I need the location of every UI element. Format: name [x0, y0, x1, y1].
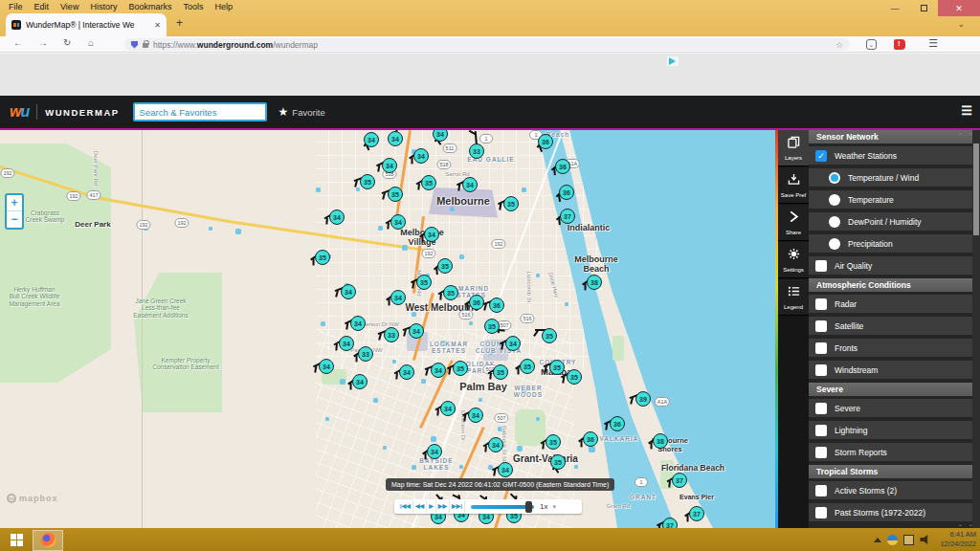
layer-item-radar[interactable]: Radar [809, 295, 980, 313]
weather-station-marker[interactable]: 34 [399, 364, 414, 380]
panel-scrollbar[interactable] [972, 130, 980, 528]
weather-station-marker[interactable]: 37 [560, 209, 575, 224]
layer-item-weather-stations[interactable]: ✓Weather Stations [809, 146, 980, 165]
weather-station-marker[interactable]: 34 [382, 158, 397, 173]
browser-menu-icon[interactable]: ☰ [928, 37, 938, 50]
weather-station-marker[interactable]: 35 [453, 361, 468, 376]
taskbar-clock[interactable]: 6:41 AM 12/24/2022 [940, 530, 976, 549]
weather-station-marker[interactable]: 36 [538, 134, 553, 149]
weather-station-marker[interactable]: 34 [505, 336, 521, 351]
weather-station-marker[interactable]: 35 [315, 250, 330, 265]
weather-station-marker[interactable]: 34 [388, 131, 403, 146]
weather-station-marker[interactable]: 34 [390, 290, 406, 305]
time-slider-handle[interactable] [525, 501, 532, 513]
back-button[interactable]: ← [13, 37, 23, 48]
weather-station-marker[interactable]: 35 [360, 174, 375, 189]
layer-item-lightning[interactable]: Lightning [809, 421, 980, 439]
playback-speed[interactable]: 1x [540, 502, 547, 511]
home-button[interactable]: ⌂ [88, 37, 94, 48]
menu-view[interactable]: View [56, 1, 83, 13]
weather-station-marker[interactable]: 34 [352, 374, 368, 389]
weather-station-marker[interactable]: 36 [583, 431, 598, 447]
tray-globe-icon[interactable] [887, 535, 898, 545]
sidebar-tab-save-pref[interactable]: Save Pref [778, 167, 809, 204]
favorite-button[interactable]: ★ Favorite [278, 105, 325, 119]
weather-station-marker[interactable]: 35 [546, 434, 561, 450]
layer-item-windstream[interactable]: Windstream [809, 361, 980, 379]
weather-station-marker[interactable]: 35 [437, 258, 453, 274]
zoom-in-button[interactable]: + [7, 195, 22, 211]
close-button[interactable]: ✕ [938, 0, 980, 16]
map-canvas[interactable]: MelbourneWest MelbournePalm BayMalabarIn… [0, 130, 775, 528]
weather-station-marker[interactable]: 34 [390, 214, 406, 230]
weather-station-marker[interactable]: 35 [443, 285, 458, 300]
weather-station-marker[interactable]: 36 [469, 295, 484, 310]
weather-station-marker[interactable]: 35 [520, 359, 535, 374]
new-tab-button[interactable]: + [176, 16, 183, 30]
play-button[interactable]: ▶ [427, 500, 436, 513]
weather-station-marker[interactable]: 36 [610, 416, 625, 431]
checkbox-unchecked[interactable] [815, 320, 827, 332]
weather-station-marker[interactable]: 34 [468, 408, 483, 423]
sidebar-tab-settings[interactable]: Settings [778, 242, 809, 278]
browser-tab[interactable]: WunderMap® | Interactive We ✕ [6, 13, 167, 36]
checkbox-unchecked[interactable] [815, 425, 827, 436]
weather-station-marker[interactable]: 36 [555, 159, 570, 174]
tabs-list-chevron-icon[interactable]: ⌄ [957, 19, 965, 29]
layer-item-air-quality[interactable]: Air Quality [809, 256, 980, 275]
weather-station-marker[interactable]: 34 [488, 437, 503, 452]
skip-start-button[interactable]: |◀◀ [398, 500, 413, 513]
weather-station-marker[interactable]: 35 [550, 454, 566, 470]
weather-station-marker[interactable]: 34 [329, 209, 345, 225]
weather-station-marker[interactable]: 34 [424, 227, 439, 242]
weather-station-marker[interactable]: 35 [567, 369, 582, 385]
start-button[interactable] [0, 528, 33, 551]
checkbox-unchecked[interactable] [815, 447, 827, 458]
checkbox-checked[interactable]: ✓ [815, 150, 827, 162]
menu-help[interactable]: Help [210, 1, 237, 13]
weather-station-marker[interactable]: 35 [388, 187, 403, 202]
weather-station-marker[interactable]: 37 [689, 506, 704, 521]
weather-station-marker[interactable]: 34 [427, 444, 442, 459]
tray-app-icon[interactable] [903, 535, 914, 545]
checkbox-unchecked[interactable] [815, 403, 827, 414]
checkbox-unchecked[interactable] [815, 364, 827, 376]
radio-checked[interactable] [829, 172, 840, 184]
sidebar-tab-share[interactable]: Share [778, 205, 809, 241]
layer-item-past-storms-1972-2022-[interactable]: Past Storms (1972-2022) [809, 503, 980, 521]
weather-station-marker[interactable]: 34 [339, 336, 354, 351]
weather-station-marker[interactable]: 34 [498, 462, 513, 477]
report-flag-icon[interactable] [894, 39, 905, 50]
restore-button[interactable] [909, 0, 938, 16]
layer-item-temperature-wind[interactable]: Temperature / Wind [809, 168, 980, 187]
menu-tools[interactable]: Tools [178, 1, 208, 13]
reload-button[interactable]: ↻ [63, 37, 71, 48]
weather-station-marker[interactable]: 33 [358, 346, 373, 362]
weather-station-marker[interactable]: 34 [364, 132, 379, 147]
weather-station-marker[interactable]: 33 [384, 327, 399, 342]
layer-item-fronts[interactable]: Fronts [809, 339, 980, 357]
tray-expand-icon[interactable] [874, 538, 881, 542]
weather-station-marker[interactable]: 34 [462, 177, 478, 192]
lock-icon[interactable] [143, 43, 148, 48]
weather-station-marker[interactable]: 34 [440, 401, 456, 416]
layer-item-dewpoint-humidity[interactable]: DewPoint / Humidity [809, 212, 980, 231]
zoom-out-button[interactable]: − [7, 211, 22, 228]
adchoices-icon[interactable] [667, 56, 679, 66]
sidebar-tab-layers[interactable]: Layers [778, 130, 809, 166]
weather-station-marker[interactable]: 35 [416, 275, 432, 290]
weather-station-marker[interactable]: 37 [672, 473, 687, 488]
url-bar[interactable]: https://www.wunderground.com/wundermap ☆ [124, 38, 850, 51]
weather-station-marker[interactable]: 36 [559, 185, 574, 200]
minimize-button[interactable]: — [880, 0, 909, 16]
weather-station-marker[interactable]: 34 [433, 130, 448, 142]
weather-station-marker[interactable]: 33 [469, 143, 484, 159]
weather-station-marker[interactable]: 38 [587, 275, 602, 290]
weather-station-marker[interactable]: 35 [421, 175, 436, 190]
weather-station-marker[interactable]: 39 [635, 391, 651, 407]
radio-unchecked[interactable] [829, 238, 840, 250]
weather-station-marker[interactable]: 34 [350, 316, 366, 331]
skip-end-button[interactable]: ▶▶| [450, 500, 465, 513]
radio-unchecked[interactable] [829, 194, 840, 206]
layer-item-severe[interactable]: Severe [809, 399, 980, 417]
